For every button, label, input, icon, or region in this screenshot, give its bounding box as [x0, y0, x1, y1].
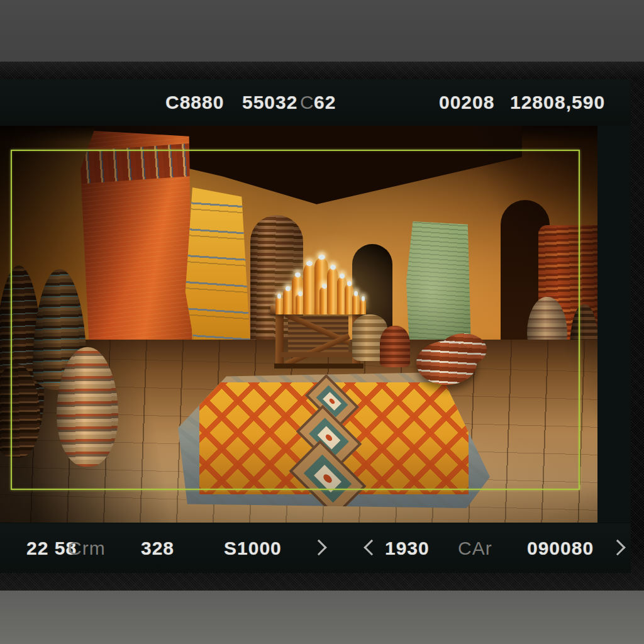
top-value-6: 8,590	[555, 92, 605, 113]
woven-basket-lidded	[380, 326, 410, 367]
bottom-value-6: CAr	[458, 538, 492, 559]
bottom-value-4: S1000	[224, 538, 282, 559]
top-value-2: 55032	[242, 92, 297, 113]
candle	[360, 299, 366, 314]
background-top	[0, 0, 644, 62]
table-foot	[274, 364, 364, 369]
top-value-5: 1280	[510, 92, 555, 113]
chevron-right-icon[interactable]	[609, 539, 625, 555]
geometric-area-rug	[178, 372, 490, 508]
top-value-3-prefix: C	[300, 92, 314, 113]
top-value-3: 62	[314, 92, 336, 113]
bottom-value-2: Crm	[68, 538, 106, 559]
chevron-left-icon[interactable]	[364, 539, 379, 555]
candle	[275, 297, 283, 314]
camera-display: C8880 55032 C 62 00208 1280 8,590	[0, 0, 644, 644]
chevron-right-icon[interactable]	[311, 539, 326, 555]
top-info-bar: C8880 55032 C 62 00208 1280 8,590	[0, 79, 631, 126]
candle	[352, 294, 360, 314]
candle	[303, 264, 316, 314]
table-leg	[275, 314, 284, 367]
woven-pouf	[416, 341, 477, 385]
bottom-value-3: 328	[141, 538, 174, 559]
bottom-value-5: 1930	[385, 538, 430, 559]
photo-preview	[0, 126, 597, 523]
table-shelf	[279, 352, 358, 357]
top-value-4: 00208	[439, 92, 494, 113]
rug-border-pattern	[79, 143, 193, 184]
background-bottom	[0, 591, 644, 644]
bottom-info-bar: 22 58 Crm 328 S1000 1930 CAr 090080	[0, 523, 631, 573]
bottom-value-7: 090080	[527, 538, 594, 559]
top-value-1: C8880	[165, 92, 224, 113]
